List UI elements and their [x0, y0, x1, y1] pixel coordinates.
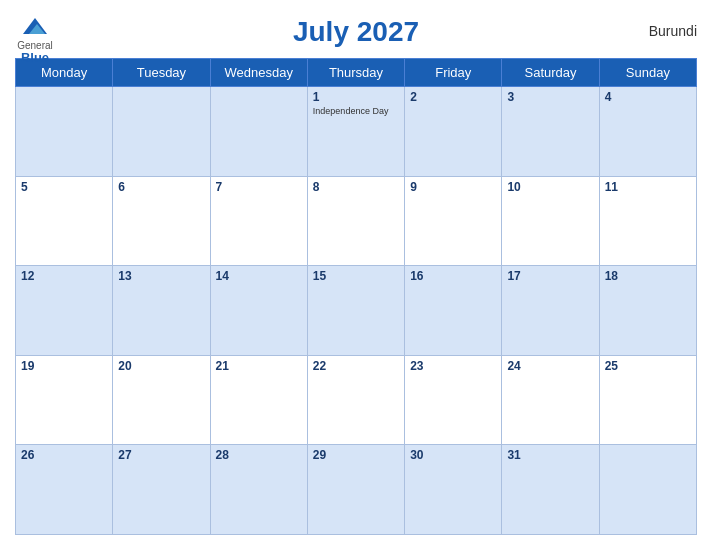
- day-number: 7: [216, 180, 302, 194]
- day-number: 30: [410, 448, 496, 462]
- calendar-cell: 31: [502, 445, 599, 535]
- day-number: 6: [118, 180, 204, 194]
- day-number: 4: [605, 90, 691, 104]
- calendar-cell: 28: [210, 445, 307, 535]
- calendar-cell: [599, 445, 696, 535]
- calendar-cell: 20: [113, 355, 210, 445]
- day-number: 16: [410, 269, 496, 283]
- day-number: 15: [313, 269, 399, 283]
- calendar-cell: 4: [599, 87, 696, 177]
- calendar-table: Monday Tuesday Wednesday Thursday Friday…: [15, 58, 697, 535]
- calendar-cell: 1Independence Day: [307, 87, 404, 177]
- day-number: 19: [21, 359, 107, 373]
- calendar-cell: 11: [599, 176, 696, 266]
- calendar-title: July 2027: [293, 16, 419, 48]
- calendar-cell: 27: [113, 445, 210, 535]
- calendar-week-row: 19202122232425: [16, 355, 697, 445]
- day-number: 1: [313, 90, 399, 104]
- calendar-cell: 21: [210, 355, 307, 445]
- calendar-cell: [16, 87, 113, 177]
- calendar-cell: 12: [16, 266, 113, 356]
- logo: General Blue: [15, 12, 55, 65]
- calendar-week-row: 12131415161718: [16, 266, 697, 356]
- day-number: 3: [507, 90, 593, 104]
- day-number: 27: [118, 448, 204, 462]
- day-number: 22: [313, 359, 399, 373]
- calendar-cell: 6: [113, 176, 210, 266]
- day-number: 2: [410, 90, 496, 104]
- calendar-cell: 8: [307, 176, 404, 266]
- day-number: 12: [21, 269, 107, 283]
- calendar-cell: 19: [16, 355, 113, 445]
- calendar-cell: 16: [405, 266, 502, 356]
- day-number: 9: [410, 180, 496, 194]
- day-number: 10: [507, 180, 593, 194]
- calendar-cell: 14: [210, 266, 307, 356]
- calendar-cell: 7: [210, 176, 307, 266]
- day-number: 5: [21, 180, 107, 194]
- day-number: 20: [118, 359, 204, 373]
- day-number: 31: [507, 448, 593, 462]
- weekday-sunday: Sunday: [599, 59, 696, 87]
- country-name: Burundi: [649, 23, 697, 39]
- calendar-cell: 10: [502, 176, 599, 266]
- logo-text-blue: Blue: [21, 51, 49, 65]
- day-number: 29: [313, 448, 399, 462]
- weekday-thursday: Thursday: [307, 59, 404, 87]
- weekday-saturday: Saturday: [502, 59, 599, 87]
- calendar-cell: 30: [405, 445, 502, 535]
- holiday-label: Independence Day: [313, 106, 399, 117]
- day-number: 18: [605, 269, 691, 283]
- calendar-cell: 17: [502, 266, 599, 356]
- calendar-week-row: 567891011: [16, 176, 697, 266]
- weekday-wednesday: Wednesday: [210, 59, 307, 87]
- calendar-cell: [210, 87, 307, 177]
- day-number: 17: [507, 269, 593, 283]
- day-number: 23: [410, 359, 496, 373]
- logo-icon: [15, 12, 55, 40]
- calendar-cell: 26: [16, 445, 113, 535]
- calendar-header: General Blue July 2027 Burundi: [15, 10, 697, 52]
- day-number: 8: [313, 180, 399, 194]
- weekday-friday: Friday: [405, 59, 502, 87]
- calendar-cell: 29: [307, 445, 404, 535]
- calendar-week-row: 1Independence Day234: [16, 87, 697, 177]
- calendar-cell: 24: [502, 355, 599, 445]
- calendar-cell: 23: [405, 355, 502, 445]
- calendar-cell: 9: [405, 176, 502, 266]
- calendar-cell: 22: [307, 355, 404, 445]
- calendar-cell: 2: [405, 87, 502, 177]
- calendar-cell: 15: [307, 266, 404, 356]
- day-number: 11: [605, 180, 691, 194]
- day-number: 14: [216, 269, 302, 283]
- day-number: 28: [216, 448, 302, 462]
- day-number: 24: [507, 359, 593, 373]
- day-number: 26: [21, 448, 107, 462]
- calendar-cell: 5: [16, 176, 113, 266]
- calendar-cell: 3: [502, 87, 599, 177]
- calendar-cell: [113, 87, 210, 177]
- weekday-tuesday: Tuesday: [113, 59, 210, 87]
- calendar-week-row: 262728293031: [16, 445, 697, 535]
- calendar-cell: 18: [599, 266, 696, 356]
- day-number: 13: [118, 269, 204, 283]
- calendar-cell: 25: [599, 355, 696, 445]
- day-number: 25: [605, 359, 691, 373]
- day-number: 21: [216, 359, 302, 373]
- calendar-cell: 13: [113, 266, 210, 356]
- weekday-header-row: Monday Tuesday Wednesday Thursday Friday…: [16, 59, 697, 87]
